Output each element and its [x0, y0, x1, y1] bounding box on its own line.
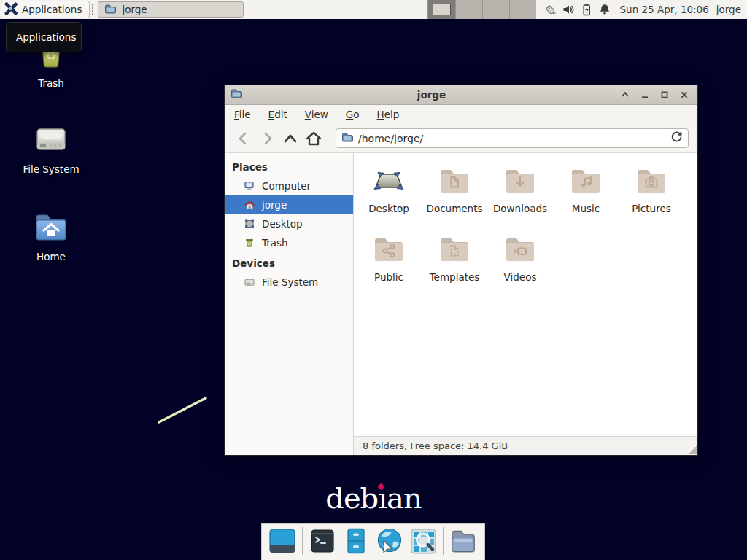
workspace-4[interactable] — [509, 0, 536, 19]
application-finder-button[interactable] — [409, 527, 437, 555]
volume-icon[interactable] — [562, 3, 575, 16]
desktop-pad-icon — [371, 163, 406, 198]
window-title: jorge — [242, 89, 621, 101]
file-label: Music — [572, 203, 600, 214]
mouse-icon[interactable] — [543, 3, 557, 16]
home-icon — [244, 199, 255, 211]
workspace-2[interactable] — [455, 0, 482, 19]
xfce-applications-icon — [4, 2, 18, 18]
location-input[interactable] — [358, 133, 665, 144]
workspace-window-thumb — [433, 4, 451, 15]
workspace-1[interactable] — [428, 0, 455, 19]
file-manager-button[interactable] — [342, 527, 370, 555]
system-tray — [536, 3, 617, 16]
sidebar-item-label: Trash — [262, 237, 288, 249]
desktop-icon-file-system[interactable]: File System — [15, 120, 88, 175]
file-label: Documents — [427, 203, 483, 214]
window-titlebar[interactable]: jorge — [225, 85, 697, 105]
top-panel: Applications jorge — [0, 0, 747, 19]
taskbar-window-button[interactable]: jorge — [98, 1, 244, 18]
show-desktop-button[interactable] — [268, 527, 296, 555]
sidebar-item-label: Computer — [262, 180, 311, 192]
maximize-button[interactable] — [660, 90, 669, 99]
statusbar: 8 folders, Free space: 14.4 GiB — [354, 436, 697, 455]
back-button[interactable] — [233, 128, 254, 149]
taskbar-window-label: jorge — [122, 4, 147, 15]
applications-tooltip: Applications — [6, 22, 82, 52]
sidebar-item-label: File System — [262, 276, 318, 288]
menu-file[interactable]: File — [234, 109, 251, 120]
desktop-icon-home[interactable]: Home — [15, 207, 88, 262]
sidebar-item-trash[interactable]: Trash — [225, 233, 353, 252]
taskbar-folder-icon — [104, 3, 116, 17]
shade-button[interactable] — [621, 90, 630, 99]
side-pane: Places Computer — [225, 153, 354, 455]
web-browser-globe-icon — [376, 527, 403, 555]
applications-menu-label: Applications — [22, 4, 82, 15]
reload-icon[interactable] — [670, 131, 683, 146]
menu-edit[interactable]: Edit — [268, 109, 287, 120]
file-icon-documents[interactable]: Documents — [422, 163, 487, 232]
minimize-button[interactable] — [640, 90, 649, 99]
panel-user-menu[interactable]: jorge — [716, 4, 741, 15]
file-label: Public — [374, 271, 403, 283]
up-button[interactable] — [280, 128, 301, 149]
terminal-icon — [309, 528, 336, 554]
debian-logo: debıan — [318, 481, 429, 515]
downloads-folder-icon — [503, 163, 538, 198]
sidebar-item-jorge[interactable]: jorge — [225, 195, 353, 214]
workspace-3[interactable] — [482, 0, 509, 19]
file-icon-pictures[interactable]: Pictures — [619, 163, 684, 232]
panel-handle[interactable] — [91, 4, 95, 15]
trash-mini-icon — [244, 237, 255, 249]
sidebar-item-label: Desktop — [262, 218, 303, 230]
statusbar-text: 8 folders, Free space: 14.4 GiB — [363, 440, 508, 451]
web-browser-button[interactable] — [376, 527, 403, 555]
application-finder-icon — [410, 528, 437, 555]
file-icon-desktop[interactable]: Desktop — [356, 163, 422, 232]
file-label: Downloads — [493, 203, 547, 214]
window-folder-icon — [231, 88, 242, 102]
file-label: Videos — [504, 271, 537, 283]
file-label: Pictures — [632, 203, 670, 214]
panel-clock[interactable]: Sun 25 Apr, 10:06 — [620, 4, 709, 15]
battery-icon[interactable] — [580, 3, 593, 16]
menu-go[interactable]: Go — [346, 109, 360, 120]
resize-grip[interactable] — [688, 446, 697, 454]
folder-shortcut-button[interactable] — [449, 527, 477, 555]
dock-panel — [261, 523, 485, 560]
sidebar-item-desktop[interactable]: Desktop — [225, 214, 353, 233]
debian-logo-prefix: deb — [325, 481, 378, 515]
file-cabinet-icon — [343, 528, 369, 554]
debian-logo-i: ı — [378, 481, 387, 515]
location-bar[interactable] — [336, 128, 689, 148]
file-label: Desktop — [368, 203, 409, 214]
show-desktop-icon — [268, 528, 296, 554]
file-manager-window: jorge File Edit View Go Help — [224, 85, 698, 456]
location-folder-icon — [341, 131, 353, 146]
documents-folder-icon — [437, 163, 472, 198]
file-view[interactable]: Desktop Documents — [354, 153, 697, 436]
file-icon-downloads[interactable]: Downloads — [487, 163, 553, 232]
menu-view[interactable]: View — [305, 109, 328, 120]
places-header: Places — [225, 156, 353, 176]
home-button[interactable] — [303, 128, 324, 149]
toolbar — [225, 124, 697, 153]
file-icon-public[interactable]: Public — [356, 232, 422, 300]
terminal-button[interactable] — [309, 527, 336, 555]
menu-help[interactable]: Help — [377, 109, 400, 120]
dock-separator — [443, 527, 444, 555]
close-button[interactable] — [680, 90, 689, 99]
sidebar-item-computer[interactable]: Computer — [225, 176, 353, 195]
desktop-root: Applications jorge — [0, 0, 747, 560]
computer-icon — [244, 180, 255, 192]
notifications-bell-icon[interactable] — [598, 3, 611, 16]
sidebar-item-file-system[interactable]: File System — [225, 273, 353, 292]
file-icon-templates[interactable]: Templates — [422, 232, 487, 300]
file-icon-videos[interactable]: Videos — [487, 232, 553, 300]
desktop-icon-label: Home — [15, 251, 88, 262]
file-icon-music[interactable]: Music — [553, 163, 619, 232]
forward-button[interactable] — [257, 128, 277, 149]
applications-menu-button[interactable]: Applications — [1, 1, 90, 18]
videos-folder-icon — [503, 232, 538, 267]
